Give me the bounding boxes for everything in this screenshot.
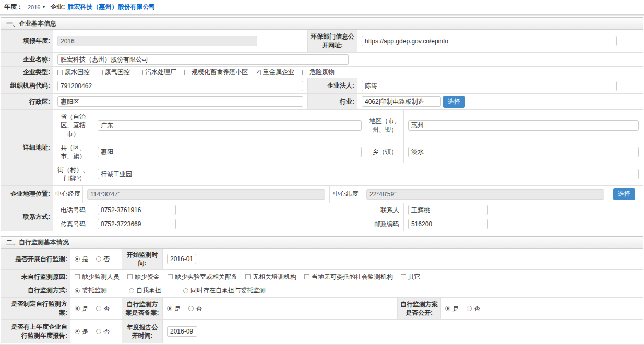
address-label: 详细地址: <box>1 110 53 185</box>
start-time-label: 开始监测时间: <box>122 249 163 269</box>
report-time-field[interactable] <box>167 326 197 337</box>
type-option-sewage-plant: 污水处理厂 <box>138 68 176 77</box>
row-monitor-mode: 自行监测方式: 委托监测 自我承担 同时存在自承担与委托监测 <box>1 284 643 298</box>
contact-person-field[interactable] <box>408 205 488 215</box>
row-district: 行政区: 行业: 选择 <box>1 94 643 110</box>
contact-person-label: 联系人 <box>366 203 404 217</box>
year-label: 年度： <box>4 3 23 11</box>
section2-header: 二、自行监测基本情况 <box>1 237 643 249</box>
mode-entrusted-radio[interactable] <box>75 288 80 293</box>
fax-label: 传真号码 <box>53 217 93 231</box>
reason-no-lab-checkbox[interactable] <box>168 274 173 279</box>
no-monitor-reason-label: 未自行监测原因: <box>1 270 70 284</box>
region-field[interactable] <box>408 120 639 131</box>
longitude-label: 中心经度 <box>53 186 83 203</box>
heavy-metal-checkbox[interactable] <box>256 70 261 75</box>
self-monitor-no-radio[interactable] <box>96 256 101 262</box>
self-monitor-yes-radio[interactable] <box>75 256 80 262</box>
longitude-field <box>87 189 325 200</box>
report-year-label: 填报年度: <box>1 30 53 52</box>
org-code-label: 组织机构代码: <box>1 78 53 93</box>
self-monitor-label: 是否开展自行监测: <box>1 249 70 269</box>
town-label: 乡（镇） <box>366 141 404 163</box>
mode-self-radio[interactable] <box>129 288 134 293</box>
has-plan-no-radio[interactable] <box>96 306 101 311</box>
env-url-field[interactable] <box>362 36 617 46</box>
divider <box>0 14 644 16</box>
reason-other-checkbox[interactable] <box>401 274 406 279</box>
street-field[interactable] <box>98 169 639 179</box>
industry-field[interactable] <box>362 96 441 107</box>
type-option-wastewater: 废水国控 <box>57 68 90 77</box>
reason-no-training-checkbox[interactable] <box>245 274 251 279</box>
latitude-field <box>366 189 604 200</box>
contact-label: 联系方式: <box>1 203 53 231</box>
industry-select-button[interactable]: 选择 <box>443 96 465 108</box>
town-field[interactable] <box>408 147 639 157</box>
gas-checkbox[interactable] <box>98 70 103 75</box>
has-report-no-radio[interactable] <box>96 329 101 334</box>
zip-label: 邮政编码 <box>366 217 404 231</box>
plan-public-label: 自行监测方案是否公开: <box>398 298 441 319</box>
zip-field[interactable] <box>408 219 488 229</box>
sewage-plant-checkbox[interactable] <box>138 70 143 75</box>
type-option-gas: 废气国控 <box>98 68 130 77</box>
wastewater-checkbox[interactable] <box>57 70 63 75</box>
industry-label: 行业: <box>308 94 357 109</box>
start-time-field[interactable] <box>167 254 196 264</box>
type-option-heavy-metal: 重金属企业 <box>256 68 294 77</box>
province-field[interactable] <box>98 120 362 131</box>
year-select[interactable]: 2016 ▼ <box>26 3 47 11</box>
report-year-field <box>57 36 257 46</box>
hazardous-waste-checkbox[interactable] <box>302 70 307 75</box>
has-report-yes-radio[interactable] <box>75 329 80 334</box>
top-bar: 年度： 2016 ▼ 企业: 胜宏科技（惠州）股份有限公司 <box>0 0 644 14</box>
section-self-monitoring: 二、自行监测基本情况 是否开展自行监测: 是 否 开始监测时间: 未自行监测原因… <box>1 236 643 343</box>
address-subrow-province: 省（自治区、直辖市） 地区（市、州、盟） <box>53 110 643 141</box>
row-self-monitor: 是否开展自行监测: 是 否 开始监测时间: <box>1 249 643 270</box>
geo-select-button[interactable]: 选择 <box>613 188 635 200</box>
row-plan: 是否制定自行监测方案: 是 否 自行监测方案是否备案: 是 否 自行监测方案是否… <box>1 298 643 320</box>
row-geo: 企业地理位置: 中心经度 中心纬度 选择 <box>1 186 643 203</box>
plan-filed-no-radio[interactable] <box>188 306 194 311</box>
company-name-label: 企业名称: <box>1 53 53 66</box>
monitor-mode-label: 自行监测方式: <box>1 284 70 297</box>
street-label: 街（村）、门牌号 <box>53 163 93 185</box>
mode-both-radio[interactable] <box>183 288 188 293</box>
company-name: 胜宏科技（惠州）股份有限公司 <box>67 3 155 11</box>
reason-no-staff-checkbox[interactable] <box>75 274 80 279</box>
env-url-label: 环保部门信息公开网址: <box>308 30 357 52</box>
reason-no-funds-checkbox[interactable] <box>127 274 133 279</box>
section1-header: 一、企业基本信息 <box>1 18 643 30</box>
org-code-field[interactable] <box>57 81 303 91</box>
plan-public-yes-radio[interactable] <box>445 306 450 311</box>
county-field[interactable] <box>98 147 362 157</box>
fax-field[interactable] <box>98 219 176 229</box>
year-select-value: 2016 <box>28 4 40 10</box>
address-subrow-street: 街（村）、门牌号 <box>53 163 643 185</box>
region-label: 地区（市、州、盟） <box>366 110 404 141</box>
row-no-monitor-reason: 未自行监测原因: 缺少监测人员 缺少资金 缺少实验室或相关配备 无相关培训机构 … <box>1 270 643 284</box>
plan-filed-yes-radio[interactable] <box>167 306 172 311</box>
company-label: 企业: <box>50 3 65 11</box>
report-time-label: 年度报告公开时间: <box>122 320 163 343</box>
row-report-year: 填报年度: 环保部门信息公开网址: <box>1 30 643 53</box>
row-org-code: 组织机构代码: 企业法人: <box>1 78 643 94</box>
district-label: 行政区: <box>1 94 53 109</box>
livestock-checkbox[interactable] <box>184 70 189 75</box>
row-company-type: 企业类型: 废水国控 废气国控 污水处理厂 规模化畜禽养殖小区 重金属企业 危险… <box>1 67 643 78</box>
company-name-field[interactable] <box>57 54 349 65</box>
legal-person-field[interactable] <box>362 81 617 91</box>
county-label: 县（区、市、旗） <box>53 141 93 163</box>
row-company-name: 企业名称: <box>1 53 643 67</box>
district-field[interactable] <box>57 96 303 107</box>
plan-public-no-radio[interactable] <box>467 306 472 311</box>
chevron-down-icon: ▼ <box>42 5 45 9</box>
row-address: 详细地址: 省（自治区、直辖市） 地区（市、州、盟） 县（区、市、旗） 乡（镇） <box>1 110 643 186</box>
plan-filed-label: 自行监测方案是否备案: <box>122 298 163 319</box>
reason-no-agency-checkbox[interactable] <box>304 274 309 279</box>
has-plan-yes-radio[interactable] <box>75 306 80 311</box>
province-label: 省（自治区、直辖市） <box>53 110 93 141</box>
phone-field[interactable] <box>98 205 176 215</box>
address-subrow-county: 县（区、市、旗） 乡（镇） <box>53 141 643 163</box>
